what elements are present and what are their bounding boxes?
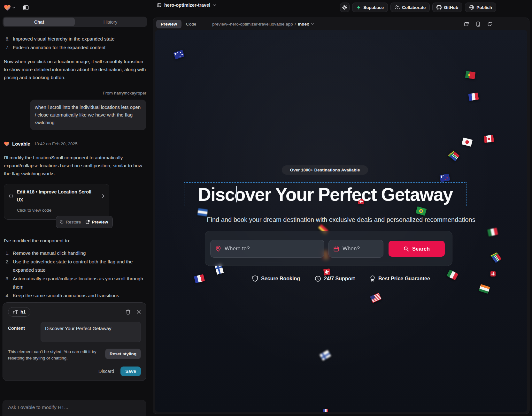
australia-flag-icon [173, 50, 184, 59]
edit-card-subtitle: Click to view code [17, 206, 104, 214]
publish-globe-icon [469, 5, 474, 10]
message-timestamp: 18:42 on Feb 20, 2025 [34, 140, 78, 148]
lovable-logo-menu[interactable] [4, 4, 15, 11]
canada-flag-icon [484, 135, 494, 143]
github-label: GitHub [444, 5, 458, 10]
hero-subtitle: Find and book your dream destination wit… [155, 216, 527, 223]
settings-button[interactable] [340, 3, 350, 12]
edit-version-card[interactable]: Edit #18 • Improve Location Scroll UX Cl… [4, 184, 109, 220]
previous-steps-list: 6.Improved visual hierarchy in the expan… [4, 35, 146, 52]
list-item: 5.Maintain all the existing content and … [4, 300, 146, 302]
south-africa-flag-icon [490, 251, 501, 263]
new-zealand-flag-icon [439, 174, 450, 182]
project-switcher[interactable]: hero-optimizer-travel [157, 3, 216, 8]
tab-chat[interactable]: Chat [4, 18, 75, 26]
preview-version-button[interactable]: Preview [86, 218, 108, 226]
message-menu-button[interactable]: ··· [139, 140, 146, 148]
honduras-flag-icon [197, 208, 208, 216]
project-name: hero-optimizer-travel [164, 3, 210, 8]
restore-button[interactable]: Restore [60, 218, 81, 226]
date-input[interactable]: When? [328, 240, 383, 258]
content-field-label: Content [8, 322, 36, 342]
styling-note: This element can't be styled. You can ed… [8, 349, 104, 361]
assistant-paragraph: Now when you click on a location image, … [4, 57, 146, 81]
close-panel-button[interactable] [136, 310, 141, 314]
destinations-badge: Over 1000+ Destinations Available [282, 165, 368, 175]
clipped-list-item [13, 30, 146, 33]
github-button[interactable]: GitHub [432, 3, 462, 12]
destination-input[interactable]: Where to? [210, 240, 324, 258]
top-bar: hero-optimizer-travel Supabase Collabora… [0, 0, 532, 15]
preview-pane: Preview Code preview--hero-optimizer-tra… [153, 18, 529, 414]
element-tag-pill[interactable]: h1 [8, 307, 30, 317]
list-item: 6.Improved visual hierarchy in the expan… [4, 35, 146, 43]
date-placeholder: When? [343, 246, 360, 252]
code-icon [9, 194, 13, 198]
sidebar-toggle-icon [23, 4, 29, 11]
list-item: 3.Automatically expand/collapse location… [4, 275, 146, 291]
message-author-label: From harrymckayroper [4, 89, 146, 97]
supabase-button[interactable]: Supabase [352, 3, 388, 12]
search-panel: Where to? When? Search [205, 231, 452, 266]
location-pin-icon [215, 246, 221, 252]
south-africa-flag-icon [448, 150, 459, 161]
selected-element-outline[interactable]: Discover Your Perfect Getaway [184, 182, 466, 206]
finland-flag-icon [320, 350, 331, 361]
external-link-icon [464, 21, 469, 26]
trash-icon [126, 309, 131, 315]
france-flag-icon [323, 409, 328, 412]
content-input[interactable]: Discover Your Perfect Getaway [41, 322, 141, 342]
refresh-icon [487, 22, 492, 26]
publish-label: Publish [476, 5, 492, 10]
india-flag-icon [479, 284, 490, 294]
globe-icon [157, 3, 162, 8]
restore-icon [60, 220, 64, 224]
site-viewport: Over 1000+ Destinations Available Discov… [155, 30, 527, 412]
reset-styling-button[interactable]: Reset styling [105, 349, 141, 359]
feature-support: 24/7 Support [315, 275, 355, 282]
supabase-icon [356, 5, 361, 10]
chevron-down-icon [12, 6, 15, 9]
brazil-flag-icon [416, 206, 427, 216]
mexico-flag-icon [487, 228, 498, 237]
modification-steps-list: 1.Remove the manual click handling 2.Use… [4, 249, 146, 302]
text-caret [236, 186, 237, 202]
list-item: 4.Keep the same smooth animations and tr… [4, 291, 146, 300]
destination-placeholder: Where to? [225, 246, 250, 252]
mobile-view-button[interactable] [476, 21, 480, 27]
feature-best-price: Best Price Guarantee [370, 275, 430, 282]
lovable-heart-icon [4, 141, 10, 147]
usa-flag-icon [370, 293, 382, 303]
save-button[interactable]: Save [120, 367, 141, 376]
collaborate-button[interactable]: Collaborate [390, 3, 430, 12]
preview-url[interactable]: preview--hero-optimizer-travel.lovable.a… [212, 22, 314, 26]
chat-sidebar: Chat History 6.Improved visual hierarchy… [0, 15, 150, 416]
preview-url-path: index [298, 22, 309, 26]
portugal-flag-icon [465, 71, 476, 79]
feature-list: Secure Booking 24/7 Support Best Price G… [155, 275, 527, 282]
tab-preview[interactable]: Preview [156, 20, 181, 28]
user-message-bubble: when i scroll into the individual locati… [30, 100, 146, 130]
award-icon [370, 275, 375, 282]
edit-card-title: Edit #18 • Improve Location Scroll UX [17, 188, 95, 204]
gear-icon [342, 5, 347, 10]
tab-history[interactable]: History [75, 18, 146, 26]
supabase-label: Supabase [363, 5, 384, 10]
tab-code[interactable]: Code [181, 20, 201, 28]
assistant-paragraph: I'll modify the LocationScroll component… [4, 154, 146, 178]
discard-button[interactable]: Discard [98, 369, 114, 374]
publish-button[interactable]: Publish [465, 3, 496, 12]
chat-composer: Ask Lovable to modify H1... Attach Edit … [3, 400, 146, 416]
chat-input[interactable]: Ask Lovable to modify H1... [8, 405, 141, 410]
refresh-button[interactable] [487, 22, 492, 26]
github-icon [436, 5, 442, 10]
open-in-new-tab-button[interactable] [464, 21, 469, 26]
chat-scroll-area[interactable]: 6.Improved visual hierarchy in the expan… [0, 29, 150, 302]
sidebar-toggle-button[interactable] [21, 3, 31, 12]
delete-element-button[interactable] [126, 309, 131, 315]
text-type-icon [13, 310, 18, 314]
chevron-right-icon [102, 194, 105, 198]
search-button[interactable]: Search [389, 241, 445, 257]
assistant-name: Lovable [12, 140, 30, 148]
list-item: 7.Fade-in animation for the expanded con… [4, 43, 146, 52]
